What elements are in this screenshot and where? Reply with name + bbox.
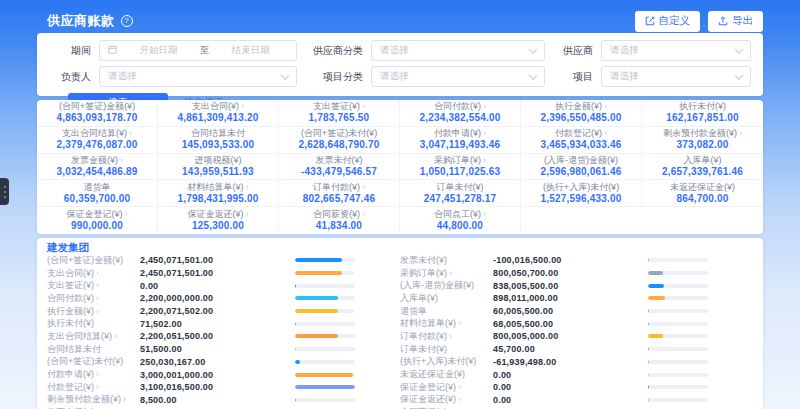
metric-label: 未返还保证金(¥)	[400, 368, 493, 381]
sidebar-collapse-tab[interactable]	[0, 178, 9, 205]
group-name-link[interactable]: 建发集团	[47, 241, 753, 254]
stat-card[interactable]: 采购订单(¥)›1,050,117,025.63	[400, 154, 521, 181]
metric-label[interactable]: 采购订单(¥)›	[400, 267, 493, 280]
metric-value: 2,234,382,554.00	[419, 113, 500, 123]
metric-value: 802,665,747.46	[303, 194, 375, 204]
stat-card[interactable]: 剩余预付款金额(¥)›373,082.00	[642, 127, 763, 154]
chart-row: 支出签证(¥)›0.00	[47, 279, 400, 292]
metric-label: 付款申请(¥)›	[434, 129, 486, 138]
chart-row: 支出合同结算(¥)›2,200,051,500.00	[47, 330, 400, 343]
metric-label[interactable]: 保证金登记(¥)›	[400, 381, 493, 394]
stat-card[interactable]: 合同薪资(¥)›41,834.00	[279, 207, 400, 234]
metric-label[interactable]: 执行金额(¥)›	[47, 305, 140, 318]
manager-field: 负责人 请选择	[47, 66, 297, 87]
supplier-accounts-page: 供应商账款 ? 自定义 导出 期间 开始日期 至 结束日期	[0, 0, 800, 409]
metric-label[interactable]: 付款登记(¥)›	[47, 381, 140, 394]
metric-value: 800,005,000.00	[493, 331, 648, 341]
metric-bar	[648, 385, 708, 389]
stat-card[interactable]: 订单付款(¥)›802,665,747.46	[279, 180, 400, 207]
chart-row: 合同付款(¥)›2,200,000,000.00	[47, 292, 400, 305]
stat-card[interactable]: 支出签证(¥)›1,783,765.50	[279, 100, 400, 127]
metric-value: 864,700.00	[676, 194, 728, 204]
drilldown-arrow-icon: ›	[241, 102, 244, 111]
drilldown-arrow-icon: ›	[483, 129, 486, 138]
metric-label: (合同+签证)未付(¥)	[47, 355, 140, 368]
metric-label: 执行金额(¥)›	[555, 102, 607, 111]
metric-label: 合同结算未付	[191, 129, 245, 138]
supplier-category-select[interactable]: 请选择	[371, 40, 545, 61]
stat-card[interactable]: 付款申请(¥)›3,047,119,493.46	[400, 127, 521, 154]
metric-value: -61,939,498.00	[493, 357, 648, 367]
stat-card[interactable]: 发票金额(¥)›3,032,454,486.89	[37, 154, 158, 181]
chart-row: 支出合同(¥)›2,450,071,501.00	[47, 267, 400, 280]
metric-bar	[295, 385, 355, 389]
stat-card[interactable]: 保证金返还(¥)›125,300.00	[158, 207, 279, 234]
stat-card: (合同+签证)金额(¥)4,863,093,178.70	[37, 100, 158, 127]
metric-value: 373,082.00	[676, 140, 728, 150]
stat-card[interactable]: 付款登记(¥)›3,465,934,033.46	[521, 127, 642, 154]
drilldown-arrow-icon: ›	[362, 102, 365, 111]
edit-icon	[645, 16, 655, 26]
drilldown-arrow-icon: ›	[604, 129, 607, 138]
date-range-input[interactable]: 开始日期 至 结束日期	[99, 40, 297, 61]
metric-label[interactable]: 支出签证(¥)›	[47, 279, 140, 292]
project-category-select[interactable]: 请选择	[371, 66, 545, 87]
metric-value: 0.00	[493, 395, 648, 405]
metric-label: 付款登记(¥)›	[555, 129, 607, 138]
metric-bar	[295, 373, 355, 377]
chart-row: (合同+签证)金额(¥)2,450,071,501.00	[47, 254, 400, 267]
metric-value: 0.00	[493, 382, 648, 392]
export-button[interactable]: 导出	[708, 11, 763, 32]
stat-card[interactable]: 合同点工(¥)›44,800.00	[400, 207, 521, 234]
metric-label: 发票金额(¥)›	[71, 156, 123, 165]
metric-label[interactable]: 支出合同结算(¥)›	[47, 330, 140, 343]
metric-label[interactable]: 剩余预付款金额(¥)›	[47, 393, 140, 406]
stat-card[interactable]: 执行金额(¥)›2,396,550,485.00	[521, 100, 642, 127]
metric-value: 3,465,934,033.46	[540, 140, 621, 150]
metric-label[interactable]: 支出合同(¥)›	[47, 267, 140, 280]
metric-value: 145,093,533.00	[182, 140, 254, 150]
metric-value: 3,000,001,000.00	[140, 370, 295, 380]
drilldown-arrow-icon: ›	[458, 383, 461, 392]
period-field: 期间 开始日期 至 结束日期	[47, 40, 297, 61]
chart-column-left: (合同+签证)金额(¥)2,450,071,501.00支出合同(¥)›2,45…	[47, 254, 400, 409]
stat-card: (入库-退货)金额(¥)2,596,980,061.46	[521, 154, 642, 181]
stats-summary-panel: (合同+签证)金额(¥)4,863,093,178.70支出合同(¥)›4,86…	[37, 100, 763, 234]
manager-select[interactable]: 请选择	[99, 66, 297, 87]
stat-card[interactable]: 保证金登记(¥)›990,000.00	[37, 207, 158, 234]
metric-label: 订单未付(¥)	[437, 183, 484, 192]
metric-label: 进项税额(¥)	[195, 156, 242, 165]
stat-card[interactable]: 合同付款(¥)›2,234,382,554.00	[400, 100, 521, 127]
stat-card[interactable]: 材料结算单(¥)›1,798,431,995.00	[158, 180, 279, 207]
metric-bar	[648, 296, 708, 300]
project-category-field: 项目分类 请选择	[305, 66, 545, 87]
metric-value: 1,798,431,995.00	[177, 194, 258, 204]
metric-label[interactable]: 保证金返还(¥)›	[400, 393, 493, 406]
metric-label: (合同+签证)金额(¥)	[47, 254, 140, 267]
help-icon[interactable]: ?	[121, 15, 133, 27]
metric-label[interactable]: 材料结算单(¥)›	[400, 317, 493, 330]
supplier-select[interactable]: 请选择	[601, 40, 751, 61]
metric-value: 60,005,500.00	[493, 306, 648, 316]
metric-value: 60,359,700.00	[64, 194, 131, 204]
metric-value: 162,167,851.00	[666, 113, 738, 123]
chart-row: 保证金返还(¥)›0.00	[400, 394, 753, 407]
stat-card[interactable]: 支出合同结算(¥)›2,379,476,087.00	[37, 127, 158, 154]
metric-value: 2,200,071,502.00	[140, 306, 295, 316]
chart-row: 发票未付(¥)-100,016,500.00	[400, 254, 753, 267]
metric-bar	[648, 373, 708, 377]
metric-label[interactable]: 订单付款(¥)›	[400, 330, 493, 343]
metric-label[interactable]: 合同付款(¥)›	[47, 292, 140, 305]
page-header: 供应商账款 ? 自定义 导出	[47, 10, 763, 32]
customize-button[interactable]: 自定义	[635, 11, 701, 32]
metric-label[interactable]: 付款申请(¥)›	[47, 368, 140, 381]
metric-value: 800,050,700.00	[493, 268, 648, 278]
metric-value: 2,628,648,790.70	[298, 140, 379, 150]
project-select[interactable]: 请选择	[601, 66, 751, 87]
export-label: 导出	[732, 14, 753, 28]
start-date-placeholder: 开始日期	[121, 44, 196, 57]
stat-card[interactable]: 支出合同(¥)›4,861,309,413.20	[158, 100, 279, 127]
chevron-down-icon	[735, 45, 743, 53]
drilldown-arrow-icon: ›	[739, 129, 742, 138]
select-placeholder: 请选择	[380, 44, 530, 57]
